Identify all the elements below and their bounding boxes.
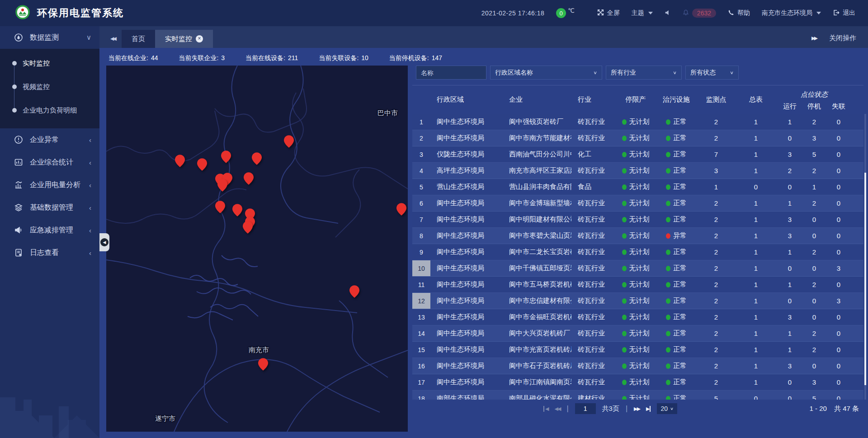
tab-close-icon[interactable]: × <box>196 35 203 42</box>
tabs-scroll-left-button[interactable]: ◀◀ <box>99 36 122 48</box>
cell-meter: 1 <box>734 212 778 227</box>
table-row[interactable]: 11 阆中生态环境局 阆中市五马桥页岩机砖 砖瓦行业 无计划 正常 2 1 1 … <box>412 277 863 293</box>
table-row[interactable]: 18 南部生态环境局 南部县磁化水泥有限公 建材行业 无计划 正常 5 0 0 … <box>412 391 863 400</box>
theme-dropdown[interactable]: 主题 <box>632 9 653 17</box>
status-dot <box>666 233 670 239</box>
fullscreen-button[interactable]: 全屏 <box>597 9 620 17</box>
table-row[interactable]: 6 阆中生态环境局 阆中市金博瑞新型墙材 砖瓦行业 无计划 正常 2 1 1 2… <box>412 195 863 212</box>
row-index: 1 <box>412 114 430 130</box>
map[interactable]: 巴中市南充市遂宁市 <box>106 66 408 432</box>
row-index: 2 <box>412 130 430 146</box>
exit-button[interactable]: 退出 <box>833 9 855 17</box>
table-row[interactable]: 9 阆中生态环境局 阆中市二龙长宝页岩砖 砖瓦行业 无计划 正常 2 1 1 2… <box>412 244 863 260</box>
map-pin[interactable] <box>258 358 268 371</box>
cell-industry: 砖瓦行业 <box>571 293 617 309</box>
cell-halt: 0 <box>802 228 826 244</box>
cell-meter: 1 <box>734 260 778 276</box>
cell-industry: 砖瓦行业 <box>571 244 617 260</box>
sidebar-sub-item[interactable]: 企业电力负荷明细 <box>0 99 99 122</box>
sidebar-item-alert[interactable]: 企业异常 ‹ <box>0 128 99 151</box>
tab[interactable]: 实时监控 × <box>155 30 213 48</box>
map-pin[interactable] <box>197 158 207 171</box>
cell-run: 3 <box>778 358 802 374</box>
map-pin[interactable] <box>349 285 359 298</box>
cell-stop-status: 无计划 <box>617 277 655 292</box>
col-meter: 总表 <box>734 85 778 114</box>
row-index: 16 <box>412 358 430 374</box>
map-pin[interactable] <box>221 151 231 163</box>
cell-meter: 1 <box>734 325 778 341</box>
cell-meter: 1 <box>734 228 778 244</box>
table-row[interactable]: 2 阆中生态环境局 阆中市南方节能建材有 砖瓦行业 无计划 正常 2 1 0 3… <box>412 130 863 146</box>
industry-filter-select[interactable]: 所有行业 ∨ <box>606 66 682 80</box>
organization-dropdown[interactable]: 南充市生态环境局 <box>762 9 821 17</box>
first-page-button[interactable]: ◀ <box>543 406 548 412</box>
close-operations-button[interactable]: 关闭操作 <box>829 34 856 42</box>
page-size-select[interactable]: 20 ∨ <box>657 403 677 414</box>
region-filter-select[interactable]: 行政区域名称 ∨ <box>490 66 602 80</box>
table-row[interactable]: 4 高坪生态环境局 南充市高坪区王家店建 砖瓦行业 无计划 正常 3 1 2 2… <box>412 163 863 179</box>
sidebar-item-gauge[interactable]: 数据监测 ∨ <box>0 26 99 49</box>
table-row[interactable]: 8 阆中生态环境局 阆中市枣碧大梁山页岩 砖瓦行业 无计划 异常 2 1 3 0… <box>412 228 863 244</box>
table-row[interactable]: 1 阆中生态环境局 阆中强锐页岩砖厂 砖瓦行业 无计划 正常 2 1 1 2 0 <box>412 114 863 130</box>
cell-run: 1 <box>778 325 802 341</box>
map-collapse-button[interactable]: ◀ <box>99 233 109 251</box>
map-pin[interactable] <box>284 135 294 148</box>
temperature-value: 0 <box>556 8 566 18</box>
app-title: 环保用电监管系统 <box>37 6 124 20</box>
tabs: 首页 实时监控 × <box>122 26 213 48</box>
sidebar-item-stats[interactable]: 企业综合统计 ‹ <box>0 151 99 174</box>
table-row[interactable]: 5 营山生态环境局 营山县润丰肉食品有限 食品 无计划 正常 1 0 0 1 0 <box>412 179 863 195</box>
sidebar-item-chart[interactable]: 企业用电量分析 ‹ <box>0 174 99 196</box>
table-row[interactable]: 14 阆中生态环境局 阆中大兴页岩机砖厂 砖瓦行业 无计划 正常 2 1 1 2… <box>412 325 863 342</box>
cell-region: 阆中生态环境局 <box>430 358 503 374</box>
table-scrollbar-thumb[interactable] <box>864 173 866 385</box>
map-pin[interactable] <box>396 203 406 216</box>
speaker-mute-button[interactable] <box>665 9 671 17</box>
cell-meter: 1 <box>734 195 778 211</box>
sidebar-sub-item[interactable]: 实时监控 <box>0 52 99 75</box>
map-pin[interactable] <box>175 155 185 167</box>
prev-page-button[interactable]: ◀◀ <box>554 406 560 412</box>
table-row[interactable]: 17 阆中生态环境局 阆中市江南镇阆南页岩 砖瓦行业 无计划 正常 2 1 0 … <box>412 374 863 391</box>
map-pin[interactable] <box>217 179 227 192</box>
tab[interactable]: 首页 <box>122 30 155 48</box>
tabs-scroll-right-button[interactable]: ▶▶ <box>811 35 816 41</box>
name-filter-input[interactable] <box>416 66 486 80</box>
table-row[interactable]: 16 阆中生态环境局 阆中市石子页岩机砖厂 砖瓦行业 无计划 正常 2 1 3 … <box>412 358 863 374</box>
row-index: 17 <box>412 374 430 390</box>
tab-bar: ◀◀ 首页 实时监控 × ▶▶ 关闭操作 <box>99 26 868 48</box>
last-page-button[interactable]: ▶ <box>646 406 651 412</box>
status-filter-select[interactable]: 所有状态 ∨ <box>685 66 739 80</box>
map-pin[interactable] <box>215 201 225 213</box>
table-row[interactable]: 3 仪陇生态环境局 西南油气田分公司川中 化工 无计划 正常 7 1 3 5 0 <box>412 146 863 163</box>
chevron-down-icon: ∨ <box>673 70 677 75</box>
cell-meter: 1 <box>734 342 778 358</box>
sidebar-item-log[interactable]: 日志查看 ‹ <box>0 241 99 264</box>
notifications-button[interactable]: 2632 <box>683 9 716 18</box>
map-pin[interactable] <box>243 221 253 234</box>
sidebar-item-horn[interactable]: 应急减排管理 ‹ <box>0 219 99 241</box>
cell-halt: 3 <box>802 130 826 146</box>
help-button[interactable]: 帮助 <box>728 9 750 17</box>
chevron-left-icon: ◀ <box>100 238 108 246</box>
cell-halt: 0 <box>802 212 826 227</box>
cell-company: 西南油气田分公司川中 <box>503 146 571 162</box>
map-pin[interactable] <box>232 204 242 217</box>
map-pin[interactable] <box>244 172 254 185</box>
next-page-button[interactable]: ▶▶ <box>634 406 640 412</box>
cell-industry: 砖瓦行业 <box>571 228 617 244</box>
status-dot <box>666 201 670 206</box>
table-row[interactable]: 10 阆中生态环境局 阆中千佛镇五郎垭页岩 砖瓦行业 无计划 正常 2 1 0 … <box>412 260 863 277</box>
sidebar-submenu: 实时监控 视频监控 企业电力负荷明细 <box>0 49 99 128</box>
page-number-input[interactable] <box>575 403 596 414</box>
table-row[interactable]: 15 阆中生态环境局 阆中市光富页岩机砖厂 砖瓦行业 无计划 正常 2 1 1 … <box>412 342 863 358</box>
table-row[interactable]: 12 阆中生态环境局 阆中市忠信建材有限公 砖瓦行业 无计划 正常 2 1 0 … <box>412 293 863 309</box>
map-pin[interactable] <box>252 152 262 165</box>
sidebar-item-layers[interactable]: 基础数据管理 ‹ <box>0 196 99 219</box>
sidebar-sub-item[interactable]: 视频监控 <box>0 75 99 99</box>
table-row[interactable]: 13 阆中生态环境局 阆中市金福旺页岩机砖 砖瓦行业 无计划 正常 2 1 3 … <box>412 309 863 325</box>
chevron-icon: ‹ <box>89 249 91 257</box>
table-row[interactable]: 7 阆中生态环境局 阆中明阳建材有限公司 砖瓦行业 无计划 正常 2 1 3 0… <box>412 212 863 228</box>
cell-run: 3 <box>778 146 802 162</box>
